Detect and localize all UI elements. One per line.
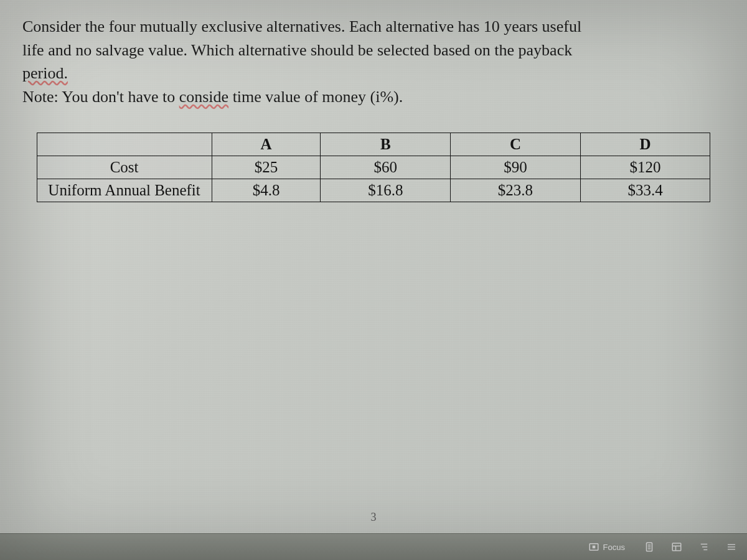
cell-uab-C: $23.8 <box>451 179 581 202</box>
status-bar: Focus <box>0 533 747 560</box>
cell-uab-A: $4.8 <box>212 179 321 202</box>
menu-icon <box>726 541 737 553</box>
row-label-cost: Cost <box>37 156 212 179</box>
cell-cost-D: $120 <box>580 156 710 179</box>
view-icons-group <box>639 539 742 555</box>
grid-icon <box>671 541 682 553</box>
focus-icon <box>588 541 599 553</box>
cell-uab-D: $33.4 <box>580 179 710 202</box>
page-icon <box>644 541 655 553</box>
prompt-underlined-period: period. <box>22 64 68 82</box>
table-header-row: A B C D <box>37 133 710 156</box>
reading-view-button[interactable] <box>721 539 742 555</box>
print-layout-view-button[interactable] <box>639 539 660 555</box>
cell-cost-B: $60 <box>321 156 451 179</box>
focus-label: Focus <box>603 543 625 552</box>
web-layout-view-button[interactable] <box>666 539 687 555</box>
prompt-line1: Consider the four mutually exclusive alt… <box>22 17 581 35</box>
header-B: B <box>321 133 451 156</box>
cell-cost-A: $25 <box>212 156 321 179</box>
table-row: Uniform Annual Benefit $4.8 $16.8 $23.8 … <box>37 179 710 202</box>
row-label-uab: Uniform Annual Benefit <box>37 179 212 202</box>
cell-uab-B: $16.8 <box>321 179 451 202</box>
list-icon <box>698 541 710 553</box>
table-row: Cost $25 $60 $90 $120 <box>37 156 710 179</box>
document-page: Consider the four mutually exclusive alt… <box>0 0 747 202</box>
header-A: A <box>212 133 321 156</box>
prompt-note-prefix: Note: <box>22 88 62 106</box>
alternatives-table: A B C D Cost $25 $60 $90 $120 Uniform An… <box>37 133 711 202</box>
header-D: D <box>580 133 710 156</box>
prompt-underlined-conside: conside <box>179 88 228 106</box>
focus-mode-button[interactable]: Focus <box>583 539 630 555</box>
svg-rect-6 <box>672 543 681 551</box>
page-number: 3 <box>371 511 377 524</box>
svg-rect-1 <box>592 546 595 549</box>
question-text: Consider the four mutually exclusive alt… <box>22 15 725 109</box>
prompt-line2a: life and no salvage value. Which alterna… <box>22 41 572 59</box>
outline-view-button[interactable] <box>693 539 715 555</box>
prompt-note-a: You don't have to <box>62 88 179 106</box>
header-C: C <box>451 133 581 156</box>
cell-cost-C: $90 <box>451 156 581 179</box>
prompt-note-b: time value of money (i%). <box>228 88 403 106</box>
header-blank <box>37 133 212 156</box>
